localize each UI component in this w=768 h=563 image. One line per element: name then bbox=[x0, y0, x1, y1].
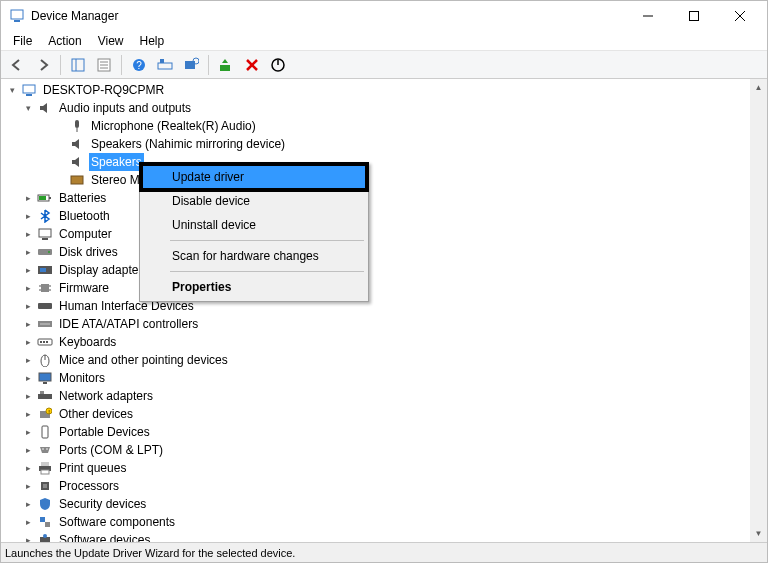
tree-group-ide[interactable]: ▸IDE ATA/ATAPI controllers bbox=[5, 315, 767, 333]
status-bar: Launches the Update Driver Wizard for th… bbox=[1, 542, 767, 562]
show-hide-tree-button[interactable] bbox=[66, 53, 90, 77]
expander-icon[interactable]: ▸ bbox=[21, 479, 35, 493]
menu-file[interactable]: File bbox=[5, 32, 40, 50]
expander-icon[interactable]: ▸ bbox=[21, 299, 35, 313]
svg-rect-28 bbox=[49, 197, 51, 199]
expander-icon[interactable]: ▸ bbox=[21, 497, 35, 511]
vertical-scrollbar[interactable]: ▲ ▼ bbox=[750, 79, 767, 542]
ctx-uninstall-device[interactable]: Uninstall device bbox=[142, 213, 366, 237]
tree-group-bluetooth[interactable]: ▸Bluetooth bbox=[5, 207, 767, 225]
expander-icon[interactable]: ▸ bbox=[21, 461, 35, 475]
tree-label: Speakers (Nahimic mirroring device) bbox=[89, 135, 287, 153]
tree-group-mice[interactable]: ▸Mice and other pointing devices bbox=[5, 351, 767, 369]
toolbar: ? bbox=[1, 51, 767, 79]
svg-rect-45 bbox=[40, 341, 42, 343]
disable-button[interactable] bbox=[266, 53, 290, 77]
tree-group-software-devices[interactable]: ▸Software devices bbox=[5, 531, 767, 542]
tree-item-speakers-mirror[interactable]: Speakers (Nahimic mirroring device) bbox=[5, 135, 767, 153]
status-text: Launches the Update Driver Wizard for th… bbox=[5, 547, 295, 559]
tree-group-print[interactable]: ▸Print queues bbox=[5, 459, 767, 477]
expander-icon[interactable]: ▸ bbox=[21, 389, 35, 403]
scroll-down-icon[interactable]: ▼ bbox=[750, 525, 767, 542]
tree-group-audio[interactable]: ▾ Audio inputs and outputs bbox=[5, 99, 767, 117]
ctx-properties[interactable]: Properties bbox=[142, 275, 366, 299]
update-driver-button[interactable] bbox=[214, 53, 238, 77]
expander-icon[interactable]: ▸ bbox=[21, 209, 35, 223]
expander-icon[interactable]: ▾ bbox=[21, 101, 35, 115]
svg-rect-51 bbox=[43, 382, 47, 384]
svg-rect-6 bbox=[72, 59, 84, 71]
back-button[interactable] bbox=[5, 53, 29, 77]
expander-icon[interactable]: ▸ bbox=[21, 425, 35, 439]
ctx-update-driver[interactable]: Update driver bbox=[142, 165, 366, 189]
tree-group-portable[interactable]: ▸Portable Devices bbox=[5, 423, 767, 441]
tree-group-keyboards[interactable]: ▸Keyboards bbox=[5, 333, 767, 351]
expander-icon[interactable]: ▸ bbox=[21, 281, 35, 295]
expander-icon[interactable]: ▸ bbox=[21, 371, 35, 385]
properties-button[interactable] bbox=[92, 53, 116, 77]
tree-group-computer[interactable]: ▸Computer bbox=[5, 225, 767, 243]
tree-item-stereo-mix[interactable]: Stereo Mi bbox=[5, 171, 767, 189]
uninstall-button[interactable] bbox=[240, 53, 264, 77]
svg-rect-29 bbox=[39, 196, 46, 200]
expander-icon[interactable]: ▸ bbox=[21, 443, 35, 457]
mouse-icon bbox=[37, 352, 53, 368]
tree-group-hid[interactable]: ▸Human Interface Devices bbox=[5, 297, 767, 315]
tree-group-disk[interactable]: ▸Disk drives bbox=[5, 243, 767, 261]
toolbar-separator bbox=[208, 55, 209, 75]
tree-group-display[interactable]: ▸Display adapte bbox=[5, 261, 767, 279]
help-button[interactable]: ? bbox=[127, 53, 151, 77]
svg-rect-52 bbox=[38, 394, 52, 399]
computer-icon bbox=[21, 82, 37, 98]
svg-rect-46 bbox=[43, 341, 45, 343]
minimize-button[interactable] bbox=[625, 1, 671, 31]
svg-rect-23 bbox=[26, 94, 32, 96]
tree-label: Security devices bbox=[57, 495, 148, 513]
menu-help[interactable]: Help bbox=[132, 32, 173, 50]
tree-pane: ▾ DESKTOP-RQ9CPMR ▾ Audio inputs and out… bbox=[1, 79, 767, 542]
portable-icon bbox=[37, 424, 53, 440]
ctx-disable-device[interactable]: Disable device bbox=[142, 189, 366, 213]
scan-hardware-button[interactable] bbox=[179, 53, 203, 77]
tree-group-batteries[interactable]: ▸Batteries bbox=[5, 189, 767, 207]
ctx-separator bbox=[170, 240, 364, 241]
maximize-button[interactable] bbox=[671, 1, 717, 31]
tree-label: Mice and other pointing devices bbox=[57, 351, 230, 369]
ctx-scan-hardware[interactable]: Scan for hardware changes bbox=[142, 244, 366, 268]
keyboard-icon bbox=[37, 334, 53, 350]
expander-icon[interactable]: ▸ bbox=[21, 335, 35, 349]
expander-icon[interactable]: ▸ bbox=[21, 317, 35, 331]
expander-icon[interactable]: ▸ bbox=[21, 515, 35, 529]
tree-item-speakers-selected[interactable]: Speakers bbox=[5, 153, 767, 171]
svg-text:?: ? bbox=[136, 60, 142, 71]
tree-group-security[interactable]: ▸Security devices bbox=[5, 495, 767, 513]
forward-button[interactable] bbox=[31, 53, 55, 77]
tree-group-firmware[interactable]: ▸Firmware bbox=[5, 279, 767, 297]
scroll-up-icon[interactable]: ▲ bbox=[750, 79, 767, 96]
expander-icon[interactable]: ▾ bbox=[5, 83, 19, 97]
expander-icon[interactable]: ▸ bbox=[21, 191, 35, 205]
security-icon bbox=[37, 496, 53, 512]
tree-group-monitors[interactable]: ▸Monitors bbox=[5, 369, 767, 387]
tree-group-ports[interactable]: ▸Ports (COM & LPT) bbox=[5, 441, 767, 459]
menu-view[interactable]: View bbox=[90, 32, 132, 50]
device-tree[interactable]: ▾ DESKTOP-RQ9CPMR ▾ Audio inputs and out… bbox=[1, 79, 767, 542]
expander-icon[interactable]: ▸ bbox=[21, 263, 35, 277]
expander-icon[interactable]: ▸ bbox=[21, 245, 35, 259]
tree-label: Stereo Mi bbox=[89, 171, 144, 189]
tree-group-other[interactable]: ▸!Other devices bbox=[5, 405, 767, 423]
menu-action[interactable]: Action bbox=[40, 32, 89, 50]
tree-group-processors[interactable]: ▸Processors bbox=[5, 477, 767, 495]
expander-icon[interactable]: ▸ bbox=[21, 353, 35, 367]
tree-group-network[interactable]: ▸Network adapters bbox=[5, 387, 767, 405]
svg-rect-35 bbox=[40, 268, 46, 272]
expander-icon[interactable]: ▸ bbox=[21, 533, 35, 542]
action-button[interactable] bbox=[153, 53, 177, 77]
expander-icon[interactable]: ▸ bbox=[21, 227, 35, 241]
tree-root[interactable]: ▾ DESKTOP-RQ9CPMR bbox=[5, 81, 767, 99]
expander-icon[interactable]: ▸ bbox=[21, 407, 35, 421]
close-button[interactable] bbox=[717, 1, 763, 31]
software-devices-icon bbox=[37, 532, 53, 542]
tree-group-software[interactable]: ▸Software components bbox=[5, 513, 767, 531]
tree-item-microphone[interactable]: Microphone (Realtek(R) Audio) bbox=[5, 117, 767, 135]
